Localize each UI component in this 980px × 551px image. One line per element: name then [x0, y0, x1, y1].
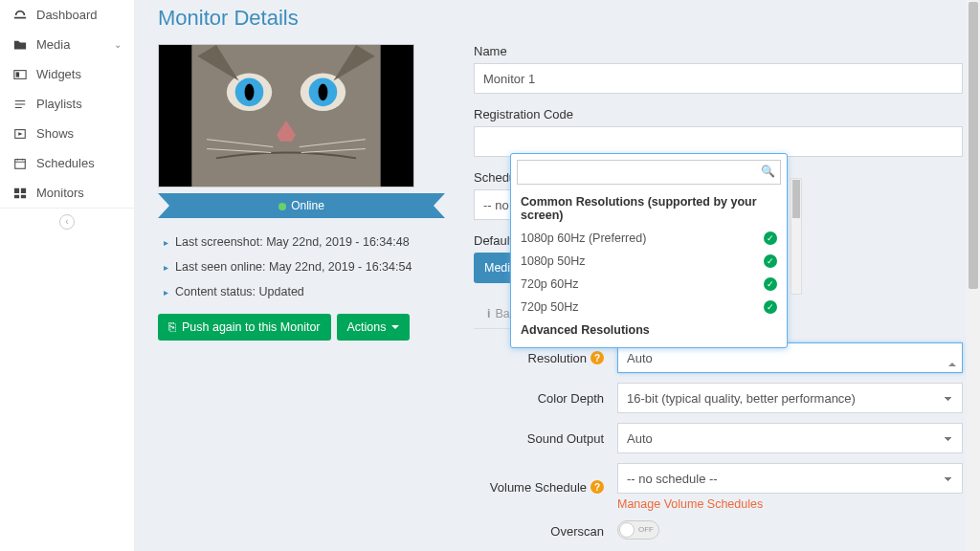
dropdown-option[interactable]: 1080p 50Hz✓	[517, 250, 781, 273]
sidebar-item-media[interactable]: Media ⌄	[0, 30, 134, 59]
overscan-label: Overscan	[550, 524, 604, 539]
caret-icon: ▸	[164, 237, 168, 248]
dropdown-option[interactable]: 1080p 60Hz (Preferred)✓	[517, 227, 781, 250]
sidebar-item-label: Widgets	[36, 67, 122, 81]
sound-output-label: Sound Output	[527, 431, 604, 446]
sidebar-item-widgets[interactable]: Widgets	[0, 59, 134, 89]
color-depth-select[interactable]: 16-bit (typical quality, better performa…	[617, 383, 963, 413]
dropdown-search-input[interactable]	[517, 160, 781, 185]
caret-icon: ▸	[164, 262, 168, 273]
help-icon[interactable]: ?	[590, 351, 604, 364]
sidebar-item-label: Dashboard	[36, 8, 122, 22]
svg-rect-4	[14, 187, 19, 192]
meta-row: ▸Content status: Updated	[158, 279, 445, 304]
schedules-icon	[12, 157, 28, 170]
monitors-icon	[12, 187, 28, 200]
search-icon: 🔍	[761, 165, 775, 178]
resolution-label: Resolution	[528, 351, 587, 365]
page-scrollbar[interactable]	[967, 0, 980, 551]
caret-down-icon	[391, 325, 399, 329]
status-banner: Online	[158, 193, 445, 218]
monitor-screenshot	[158, 44, 414, 187]
sidebar-item-label: Schedules	[36, 156, 122, 170]
name-label: Name	[474, 44, 963, 58]
online-dot-icon	[278, 203, 286, 210]
svg-point-15	[319, 83, 328, 100]
check-icon: ✓	[764, 277, 777, 291]
dashboard-icon	[12, 9, 28, 22]
dropdown-option[interactable]: 720p 50Hz✓	[517, 296, 781, 319]
push-again-button[interactable]: ⎘Push again to this Monitor	[158, 314, 331, 341]
widgets-icon	[12, 68, 28, 81]
folder-icon	[12, 38, 28, 52]
caret-up-icon	[948, 363, 956, 366]
sidebar-item-label: Media	[36, 37, 114, 52]
sidebar-item-playlists[interactable]: Playlists	[0, 89, 134, 119]
shows-icon	[12, 127, 28, 141]
svg-rect-6	[14, 194, 19, 198]
sidebar-item-dashboard[interactable]: Dashboard	[0, 0, 134, 30]
volume-schedule-select[interactable]: -- no schedule --	[617, 463, 963, 494]
actions-button[interactable]: Actions	[337, 314, 410, 341]
reg-code-label: Registration Code	[474, 107, 963, 121]
page-title: Monitor Details	[158, 6, 963, 31]
dropdown-group-header: Advanced Resolutions	[517, 319, 781, 342]
svg-point-14	[245, 83, 255, 100]
info-icon: i	[487, 307, 490, 320]
sidebar: Dashboard Media ⌄ Widgets Playlists Sh	[0, 0, 135, 551]
resolution-dropdown: 🔍 Common Resolutions (supported by your …	[510, 153, 788, 348]
sidebar-item-label: Shows	[36, 126, 122, 141]
svg-rect-1	[16, 72, 20, 77]
overscan-toggle[interactable]: OFF	[617, 520, 659, 540]
meta-row: ▸Last screenshot: May 22nd, 2019 - 16:34…	[158, 230, 445, 254]
sidebar-item-schedules[interactable]: Schedules	[0, 148, 134, 178]
svg-rect-3	[15, 159, 26, 168]
meta-row: ▸Last seen online: May 22nd, 2019 - 16:3…	[158, 254, 445, 279]
dropdown-scrollbar[interactable]	[791, 178, 802, 295]
sidebar-item-label: Playlists	[36, 97, 122, 111]
color-depth-label: Color Depth	[538, 391, 604, 406]
svg-rect-5	[21, 187, 26, 192]
check-icon: ✓	[764, 254, 777, 268]
sidebar-item-shows[interactable]: Shows	[0, 119, 134, 148]
volume-schedule-label: Volume Schedule	[490, 480, 587, 495]
check-icon: ✓	[764, 300, 777, 314]
playlists-icon	[12, 98, 28, 111]
svg-rect-7	[21, 194, 26, 198]
check-icon: ✓	[764, 231, 777, 245]
meta-list: ▸Last screenshot: May 22nd, 2019 - 16:34…	[158, 230, 445, 304]
manage-volume-schedules-link[interactable]: Manage Volume Schedules	[617, 497, 763, 511]
chevron-down-icon: ⌄	[114, 39, 122, 50]
dropdown-group-header: Common Resolutions (supported by your sc…	[517, 190, 781, 227]
name-input[interactable]	[474, 63, 963, 94]
caret-icon: ▸	[164, 287, 168, 298]
push-icon: ⎘	[168, 320, 176, 334]
sidebar-item-monitors[interactable]: Monitors	[0, 178, 134, 208]
sidebar-collapse-button[interactable]: ‹	[0, 208, 134, 235]
sidebar-item-label: Monitors	[36, 186, 122, 200]
status-text: Online	[291, 199, 324, 212]
chevron-left-icon: ‹	[59, 214, 75, 230]
dropdown-option[interactable]: 720p 60Hz✓	[517, 273, 781, 296]
help-icon[interactable]: ?	[590, 480, 604, 494]
sound-output-select[interactable]: Auto	[617, 423, 963, 453]
